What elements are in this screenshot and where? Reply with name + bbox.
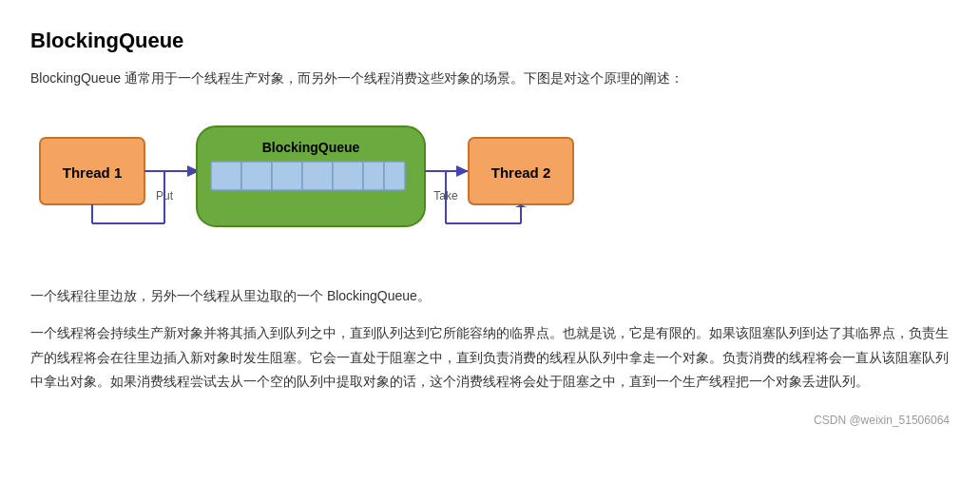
svg-rect-8	[333, 162, 363, 190]
diagram-container: Thread 1 BlockingQueue Put Take Thread 2	[30, 109, 950, 261]
svg-rect-9	[363, 162, 384, 190]
thread2-label: Thread 2	[491, 164, 551, 181]
intro-text: BlockingQueue 通常用于一个线程生产对象，而另外一个线程消费这些对象…	[30, 67, 950, 90]
thread1-label: Thread 1	[63, 164, 123, 181]
svg-marker-12	[456, 165, 469, 177]
svg-rect-6	[272, 162, 302, 190]
footer-note: CSDN @weixin_51506064	[30, 411, 950, 430]
svg-rect-10	[384, 162, 405, 190]
svg-rect-4	[211, 162, 241, 190]
svg-rect-5	[241, 162, 272, 190]
paragraph-1: 一个线程往里边放，另外一个线程从里边取的一个 BlockingQueue。	[30, 284, 950, 308]
page-title: BlockingQueue	[30, 23, 950, 58]
diagram-svg: Thread 1 BlockingQueue Put Take Thread 2	[30, 109, 582, 261]
svg-rect-7	[302, 162, 333, 190]
paragraph-2: 一个线程将会持续生产新对象并将其插入到队列之中，直到队列达到它所能容纳的临界点。…	[30, 321, 950, 394]
bq-label: BlockingQueue	[262, 140, 360, 155]
